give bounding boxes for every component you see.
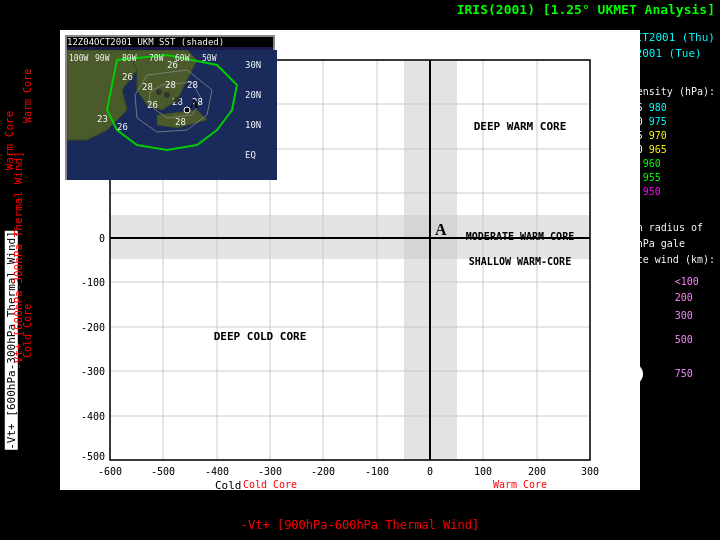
svg-text:-100: -100 [81, 277, 105, 288]
svg-text:A: A [435, 221, 447, 238]
svg-text:MODERATE WARM CORE: MODERATE WARM CORE [466, 231, 574, 242]
chart-title: IRIS(2001) [1.25° UKMET Analysis] [457, 2, 715, 17]
svg-text:DEEP COLD CORE: DEEP COLD CORE [214, 330, 307, 343]
svg-text:-600: -600 [98, 466, 122, 477]
svg-text:70W: 70W [149, 54, 164, 63]
inset-map-svg: 26 26 28 28 28 26 28 28 28 23 26 30N 20N… [67, 50, 277, 180]
svg-text:DEEP WARM CORE: DEEP WARM CORE [474, 120, 567, 133]
svg-text:Cold Core: Cold Core [243, 479, 297, 490]
svg-text:-300: -300 [81, 366, 105, 377]
svg-text:-100: -100 [365, 466, 389, 477]
svg-text:A: A [190, 97, 199, 111]
main-container: IRIS(2001) [1.25° UKMET Analysis] Start … [0, 0, 720, 540]
svg-point-74 [174, 97, 180, 103]
svg-text:-500: -500 [81, 451, 105, 462]
top-lon-labels: 100W90W80W70W60W50W30 [68, 18, 278, 28]
svg-text:-200: -200 [81, 322, 105, 333]
svg-text:28: 28 [175, 117, 186, 127]
svg-point-76 [156, 89, 162, 95]
svg-text:EQ: EQ [245, 150, 256, 160]
svg-text:28: 28 [142, 82, 153, 92]
svg-text:-200: -200 [311, 466, 335, 477]
svg-text:60W: 60W [175, 54, 190, 63]
svg-text:SHALLOW WARM-CORE: SHALLOW WARM-CORE [469, 256, 571, 267]
svg-text:0: 0 [427, 466, 433, 477]
svg-text:100: 100 [474, 466, 492, 477]
svg-text:90W: 90W [95, 54, 110, 63]
svg-text:80W: 80W [122, 54, 137, 63]
svg-text:100W: 100W [69, 54, 88, 63]
svg-text:Warm Core: Warm Core [493, 479, 547, 490]
warm-core-side: Warm Core [22, 65, 40, 116]
svg-text:50W: 50W [202, 54, 217, 63]
inset-map-title: 12Z04OCT2001 UKM SST (shaded) [67, 37, 273, 47]
svg-text:200: 200 [528, 466, 546, 477]
x-axis-main-label: -Vt+ [900hPa-600hPa Thermal Wind] [60, 518, 660, 532]
svg-point-75 [164, 92, 170, 98]
svg-text:28: 28 [165, 80, 176, 90]
svg-text:26: 26 [147, 100, 158, 110]
svg-text:0: 0 [99, 233, 105, 244]
cold-core-side: Cold Core [22, 300, 40, 351]
svg-text:23: 23 [97, 114, 108, 124]
svg-text:26: 26 [117, 122, 128, 132]
svg-text:-400: -400 [81, 411, 105, 422]
svg-text:28: 28 [187, 80, 198, 90]
svg-text:20N: 20N [245, 90, 261, 100]
svg-text:300: 300 [581, 466, 599, 477]
svg-text:-500: -500 [151, 466, 175, 477]
svg-text:10N: 10N [245, 120, 261, 130]
svg-text:26: 26 [122, 72, 133, 82]
svg-text:-300: -300 [258, 466, 282, 477]
svg-text:30N: 30N [245, 60, 261, 70]
svg-text:-400: -400 [205, 466, 229, 477]
inset-map: 12Z04OCT2001 UKM SST (shaded) 26 26 28 2… [65, 35, 275, 180]
cold-bottom-label: Cold [215, 479, 242, 492]
